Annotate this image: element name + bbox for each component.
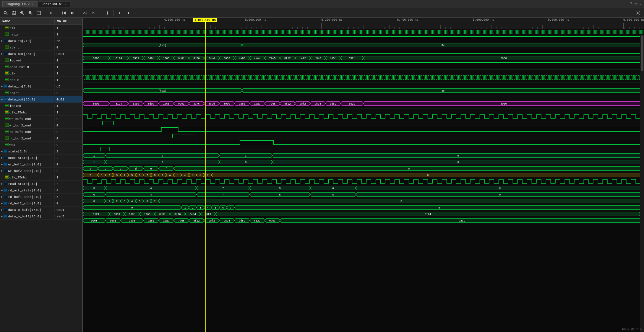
expand-arrow-icon[interactable]: ▶: [1, 163, 3, 166]
signal-row[interactable]: ▶wr_buf2_addr[3:0]9: [0, 168, 82, 174]
tab-ingpong[interactable]: ingpong_tb.v ✕: [2, 1, 37, 7]
search-button[interactable]: [2, 10, 9, 16]
signal-row[interactable]: locked1: [0, 57, 82, 64]
signal-row[interactable]: ▶wr_buf1_addr[3:0]0: [0, 161, 82, 168]
signal-row[interactable]: start0: [0, 44, 82, 51]
help-icon[interactable]: ?: [630, 2, 632, 6]
waveform-row[interactable]: [83, 29, 644, 35]
signal-row[interactable]: clk_25mhz1: [0, 174, 82, 181]
signal-row[interactable]: locked1: [0, 103, 82, 109]
waveform-row[interactable]: 012345670: [83, 204, 644, 211]
remove-signal-button[interactable]: [91, 10, 98, 16]
waveform-row[interactable]: [83, 81, 644, 87]
prev-edge-button[interactable]: [48, 10, 55, 16]
waveform-row[interactable]: [83, 94, 644, 100]
signal-row[interactable]: ▶data_o_buf1[15:0]0d01: [0, 207, 82, 213]
signal-value-cell: 0: [55, 143, 72, 147]
waveform-row[interactable]: [83, 113, 644, 120]
waveform-row[interactable]: [83, 178, 644, 185]
go-start-button[interactable]: [61, 10, 67, 16]
signal-row[interactable]: ▶rd_buf2_addr[2:0]0: [0, 200, 82, 207]
signal-row[interactable]: ▶data_in[7:0]c5: [0, 38, 82, 44]
expand-arrow-icon[interactable]: ▶: [1, 195, 3, 198]
signal-value-cell: 0: [55, 46, 72, 49]
signal-row[interactable]: start0: [0, 90, 82, 96]
signal-row[interactable]: ▶data_out[15:0]0d01: [0, 51, 82, 57]
expand-arrow-icon[interactable]: ▶: [1, 182, 3, 185]
waveform-row[interactable]: [83, 107, 644, 113]
signal-row[interactable]: asso_rst_n1: [0, 64, 82, 70]
waveform-row[interactable]: [83, 48, 644, 55]
waveform-panel[interactable]: 4,910.100 ns 4,800.000 ns5,000.000 ns5,2…: [83, 18, 644, 332]
waveform-row[interactable]: [83, 139, 644, 146]
waveform-row[interactable]: 0123456789abcdef0: [83, 172, 644, 178]
add-signal-button[interactable]: [82, 10, 89, 16]
signal-row[interactable]: ▶data_in[7:0]c5: [0, 83, 82, 90]
expand-arrow-icon[interactable]: ▶: [1, 189, 3, 192]
go-end-button[interactable]: [69, 10, 76, 16]
signal-row[interactable]: rst_n1: [0, 31, 82, 38]
signal-row[interactable]: ▶rd_buf1_addr[2:0]5: [0, 194, 82, 200]
tab-untitled5-close[interactable]: ✕: [65, 2, 66, 6]
expand-arrow-icon[interactable]: ▶: [1, 98, 3, 101]
waveform-row[interactable]: 0000812463098d0d12650d013d768ced0000aa80…: [83, 100, 644, 107]
waveform-row[interactable]: 047560: [83, 185, 644, 191]
expand-arrow-icon[interactable]: ▶: [1, 39, 3, 43]
waveform-rows[interactable]: (hex)3c0000812463098d0d12650d013d768ced0…: [83, 29, 644, 332]
waveform-row[interactable]: 0000812463098d0d12650d013d768ced0000aa80…: [83, 55, 644, 61]
signal-row[interactable]: rd_buf2_end0: [0, 135, 82, 142]
waveform-row[interactable]: 812463098d0d12650d013d768cedc6f98124: [83, 211, 644, 217]
signal-row[interactable]: wr_buf1_end0: [0, 116, 82, 122]
waveform-row[interactable]: [83, 146, 644, 152]
signal-row[interactable]: clk1: [0, 70, 82, 77]
waveform-row[interactable]: [83, 126, 644, 133]
signal-row[interactable]: ▶state[2:0]2: [0, 148, 82, 155]
settings-button[interactable]: [635, 10, 642, 16]
restore-icon[interactable]: ❐: [635, 2, 637, 6]
prev-cursor-button[interactable]: [117, 10, 123, 16]
fit-button[interactable]: [35, 10, 42, 16]
signal-row[interactable]: wr_buf2_end0: [0, 122, 82, 129]
signal-row[interactable]: wea0: [0, 142, 82, 148]
zoom-range-button[interactable]: [133, 10, 140, 16]
waveform-row[interactable]: [83, 68, 644, 74]
expand-arrow-icon[interactable]: ▶: [1, 169, 3, 172]
signal-row[interactable]: rst_n1: [0, 77, 82, 83]
waveform-row[interactable]: [83, 133, 644, 139]
signal-row[interactable]: ▶data_out[15:0]0d01: [0, 96, 82, 103]
waveform-row[interactable]: 1230: [83, 152, 644, 159]
waveform-row[interactable]: [83, 61, 644, 68]
signal-row[interactable]: rd_buf1_end0: [0, 129, 82, 135]
tab-untitled5[interactable]: Untitled 5* ✕: [38, 1, 70, 7]
zoom-out-button[interactable]: [27, 10, 34, 16]
signal-row[interactable]: ▶read_state[3:0]4: [0, 181, 82, 187]
close-icon[interactable]: ✕: [639, 2, 642, 6]
waveform-row[interactable]: 047560: [83, 191, 644, 198]
tab-ingpong-close[interactable]: ✕: [31, 2, 33, 6]
signal-row[interactable]: clk_25mhz1: [0, 109, 82, 116]
expand-arrow-icon[interactable]: ▶: [1, 215, 3, 218]
waveform-row[interactable]: [83, 120, 644, 126]
expand-arrow-icon[interactable]: ▶: [1, 202, 3, 205]
waveform-row[interactable]: (hex)3c: [83, 87, 644, 94]
save-button[interactable]: [11, 10, 17, 16]
signal-row[interactable]: ▶next_state[2:0]2: [0, 155, 82, 161]
waveform-row[interactable]: [83, 35, 644, 42]
expand-arrow-icon[interactable]: ▶: [1, 208, 3, 211]
expand-arrow-icon[interactable]: ▶: [1, 85, 3, 88]
expand-arrow-icon[interactable]: ▶: [1, 52, 3, 56]
waveform-row[interactable]: (hex)3c: [83, 42, 644, 48]
zoom-in-button[interactable]: [19, 10, 25, 16]
waveform-row[interactable]: 012345670: [83, 198, 644, 204]
signal-row[interactable]: ▶data_o_buf2[15:0]aac5: [0, 213, 82, 220]
waveform-row[interactable]: 1230: [83, 159, 644, 165]
waveform-row[interactable]: 000000c5aac5aa80aaaa77e58f12cef2c5e8bd5c…: [83, 217, 644, 224]
next-cursor-button[interactable]: [125, 10, 132, 16]
waveform-row[interactable]: [83, 74, 644, 81]
waveform-row[interactable]: abcdef0: [83, 165, 644, 172]
expand-arrow-icon[interactable]: ▶: [1, 156, 3, 160]
signal-row[interactable]: ▶rd_nxt_state[3:0]4: [0, 187, 82, 194]
cursor-snap-button[interactable]: [104, 10, 111, 16]
expand-arrow-icon[interactable]: ▶: [1, 150, 3, 153]
signal-row[interactable]: clk1: [0, 25, 82, 31]
